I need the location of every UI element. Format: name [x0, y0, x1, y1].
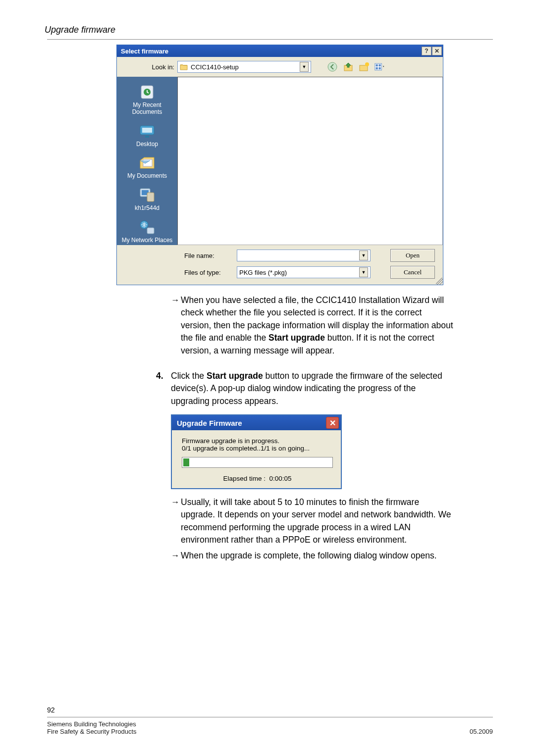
file-name-label: File name: — [177, 252, 237, 259]
popup-line1: Firmware upgrade is in progress. — [182, 437, 333, 445]
sidebar-item-desktop[interactable]: Desktop — [120, 121, 174, 150]
popup-title: Upgrade Firmware — [177, 419, 242, 427]
file-type-dropdown[interactable]: PKG files (*.pkg) ▼ — [237, 266, 371, 278]
lookin-label: Look in: — [145, 63, 174, 71]
sidebar-item-recent[interactable]: My Recent Documents — [120, 82, 174, 118]
recent-docs-icon — [138, 84, 156, 101]
step-number: 4. — [156, 370, 171, 407]
sidebar-item-mydocs[interactable]: My Documents — [120, 152, 174, 182]
svg-rect-8 — [378, 67, 380, 69]
lookin-value: CCIC1410-setup — [191, 63, 239, 71]
popup-titlebar: Upgrade Firmware ✕ — [172, 415, 341, 430]
folder-icon — [180, 63, 188, 70]
svg-rect-7 — [376, 67, 378, 69]
dialog-toolbar: Look in: CCIC1410-setup ▼ — [117, 57, 443, 77]
arrow-icon: → — [171, 550, 181, 562]
chevron-down-icon[interactable]: ▼ — [359, 267, 368, 277]
chevron-down-icon[interactable]: ▼ — [359, 251, 368, 260]
arrow-icon: → — [171, 496, 181, 547]
section-rule — [47, 39, 493, 40]
arrow-icon: → — [171, 294, 181, 357]
upgrade-firmware-popup: Upgrade Firmware ✕ Firmware upgrade is i… — [171, 414, 342, 489]
progress-bar — [182, 457, 333, 468]
sidebar-item-computer[interactable]: kh1r544d — [120, 185, 174, 214]
svg-rect-5 — [376, 64, 378, 66]
places-sidebar: My Recent Documents Desktop My Documents… — [117, 77, 177, 245]
svg-rect-17 — [147, 193, 154, 202]
cancel-button[interactable]: Cancel — [390, 266, 435, 279]
open-button[interactable]: Open — [390, 249, 435, 262]
new-folder-icon[interactable] — [359, 61, 370, 72]
lookin-dropdown[interactable]: CCIC1410-setup ▼ — [177, 61, 311, 73]
elapsed-time: Elapsed time : 0:00:05 — [182, 475, 333, 482]
svg-rect-19 — [147, 228, 154, 234]
footer-division: Fire Safety & Security Products — [47, 728, 137, 735]
up-icon[interactable] — [343, 61, 354, 72]
page-footer: 92 Siemens Building Technologies Fire Sa… — [47, 706, 493, 735]
help-button[interactable]: ? — [422, 47, 431, 55]
file-name-input[interactable]: ▼ — [237, 250, 371, 261]
resize-grip-icon[interactable] — [436, 278, 443, 285]
step-text: Click the Start upgrade button to upgrad… — [171, 370, 453, 407]
svg-point-0 — [328, 62, 337, 71]
svg-rect-6 — [378, 64, 380, 66]
my-documents-icon — [138, 154, 156, 171]
svg-rect-13 — [145, 136, 149, 138]
popup-line2: 0/1 upgrade is completed..1/1 is on goin… — [182, 445, 333, 452]
bullet-item: → Usually, it will take about 5 to 10 mi… — [171, 496, 453, 547]
progress-fill — [183, 458, 189, 466]
sidebar-item-network[interactable]: My Network Places — [120, 217, 174, 246]
section-title: Upgrade firmware — [45, 25, 493, 35]
dialog-title: Select firmware — [121, 48, 168, 55]
numbered-step: 4. Click the Start upgrade button to upg… — [156, 370, 453, 407]
paragraph-text: When the upgrade is complete, the follow… — [181, 550, 453, 562]
file-type-label: Files of type: — [177, 269, 237, 276]
network-places-icon — [138, 219, 156, 236]
paragraph-text: Usually, it will take about 5 to 10 minu… — [181, 496, 453, 547]
close-button[interactable]: ✕ — [432, 47, 442, 55]
bullet-item: → When the upgrade is complete, the foll… — [171, 550, 453, 562]
back-icon[interactable] — [327, 61, 338, 72]
desktop-icon — [138, 123, 156, 140]
computer-icon — [138, 187, 156, 203]
bullet-item: → When you have selected a file, the CCI… — [171, 294, 453, 357]
footer-company: Siemens Building Technologies — [47, 720, 137, 728]
file-list-area[interactable] — [177, 77, 443, 245]
chevron-down-icon[interactable]: ▼ — [300, 62, 309, 72]
file-dialog: Select firmware ? ✕ Look in: CCIC1410-se… — [116, 45, 443, 285]
paragraph-text: When you have selected a file, the CCIC1… — [181, 294, 453, 357]
svg-point-3 — [365, 62, 369, 66]
footer-date: 05.2009 — [470, 728, 493, 735]
svg-rect-12 — [142, 128, 152, 133]
page-number: 92 — [47, 706, 493, 714]
footer-rule — [47, 717, 493, 717]
views-icon[interactable] — [374, 61, 385, 72]
dialog-titlebar: Select firmware ? ✕ — [117, 45, 443, 57]
close-button[interactable]: ✕ — [326, 417, 339, 429]
